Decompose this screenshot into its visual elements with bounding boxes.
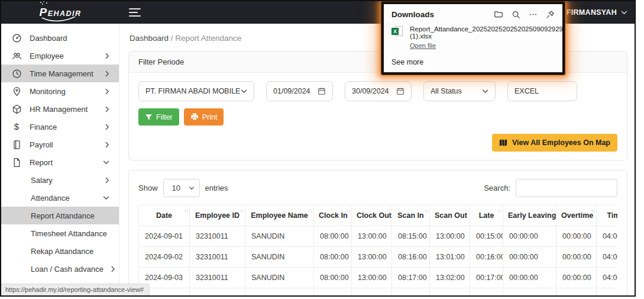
attendance-table: Date↑↓Employee ID↑↓Employee Name↑↓Clock … bbox=[138, 205, 617, 295]
cell-overtime: 00:00:00 bbox=[556, 247, 597, 268]
sidebar-item-label: Finance bbox=[30, 123, 98, 131]
filter-controls: PT. FIRMAN ABADI MOBILE 01/09/2024 30/09… bbox=[138, 81, 617, 101]
column-label: Employee ID bbox=[195, 211, 240, 220]
folder-icon[interactable] bbox=[494, 9, 503, 19]
column-header-clock-in[interactable]: Clock In↑↓ bbox=[314, 205, 352, 226]
status-select-value: All Status bbox=[431, 87, 462, 95]
date-to-input[interactable]: 30/09/2024 bbox=[345, 81, 412, 101]
cell-overtime: 00:00:00 bbox=[556, 288, 597, 296]
cube-icon bbox=[11, 104, 22, 114]
logo-dots-decoration bbox=[40, 2, 41, 3]
filter-card-body: PT. FIRMAN ABADI MOBILE 01/09/2024 30/09… bbox=[129, 73, 627, 160]
status-bar-url: https://pehadir.my.id/reporting-attandan… bbox=[1, 284, 150, 295]
sidebar-item-time-management[interactable]: Time Management bbox=[1, 65, 119, 82]
chevron-down-icon bbox=[189, 187, 195, 190]
chevron-right-icon bbox=[111, 266, 115, 272]
date-to-value: 30/09/2024 bbox=[352, 87, 389, 95]
sidebar-item-label: Timesheet Attandance bbox=[31, 229, 109, 238]
column-header-overtime[interactable]: Overtime↑↓ bbox=[556, 205, 597, 226]
cell-employee-name: SANUDIN bbox=[245, 226, 314, 247]
map-button-row: View All Employees On Map bbox=[138, 134, 617, 152]
cell-late: 00:18:00 bbox=[470, 288, 503, 296]
sidebar-item-label: Dashboard bbox=[30, 34, 109, 43]
view-all-employees-on-map-button[interactable]: View All Employees On Map bbox=[492, 134, 617, 152]
open-file-link[interactable]: Open file bbox=[410, 42, 436, 49]
cell-scan-in: 08:16:00 bbox=[392, 247, 430, 268]
hamburger-menu-icon[interactable] bbox=[129, 6, 141, 19]
downloads-title: Downloads bbox=[391, 10, 494, 19]
column-header-employee-name[interactable]: Employee Name↑↓ bbox=[245, 205, 314, 226]
see-more-link[interactable]: See more bbox=[391, 58, 555, 66]
column-header-time-w[interactable]: Time W↑↓ bbox=[597, 205, 618, 226]
print-button-label: Print bbox=[202, 113, 218, 121]
cell-early-leaving: 00:00:00 bbox=[503, 288, 556, 296]
sidebar-item-timesheet-attandance[interactable]: Timesheet Attandance bbox=[1, 224, 119, 242]
print-button[interactable]: Print bbox=[184, 108, 224, 126]
chevron-right-icon bbox=[105, 53, 109, 59]
users-icon bbox=[11, 50, 22, 61]
company-select-value: PT. FIRMAN ABADI MOBILE bbox=[145, 87, 240, 95]
table-header-row: Date↑↓Employee ID↑↓Employee Name↑↓Clock … bbox=[139, 205, 618, 226]
downloads-toolbar bbox=[494, 9, 555, 19]
column-header-employee-id[interactable]: Employee ID↑↓ bbox=[190, 205, 245, 226]
entries-per-page-select[interactable]: 10 bbox=[163, 179, 200, 197]
app-window: PEHADIR OCH FIRMANSYAH DashboardEmployee… bbox=[0, 0, 636, 297]
status-select[interactable]: All Status bbox=[423, 81, 496, 101]
map-button-label: View All Employees On Map bbox=[512, 139, 610, 147]
cell-overtime: 00:00:00 bbox=[556, 268, 597, 288]
column-header-scan-out[interactable]: Scan Out↑↓ bbox=[430, 205, 470, 226]
location-pin-icon bbox=[11, 86, 22, 97]
cell-late: 00:15:00 bbox=[470, 226, 503, 247]
more-options-icon[interactable] bbox=[529, 10, 538, 19]
cell-clock-out: 13:00:00 bbox=[352, 226, 392, 247]
sidebar-item-salary[interactable]: Salary bbox=[1, 171, 119, 189]
sidebar-item-report[interactable]: Report bbox=[1, 153, 119, 171]
column-header-scan-in[interactable]: Scan In↑↓ bbox=[392, 205, 430, 226]
pin-icon[interactable] bbox=[546, 10, 555, 19]
column-label: Early Leaving bbox=[508, 211, 556, 220]
download-item[interactable]: X Report_Attandance_20252025202520250909… bbox=[391, 25, 555, 50]
sidebar-item-dashboard[interactable]: Dashboard bbox=[1, 29, 119, 47]
column-header-late[interactable]: Late↑↓ bbox=[470, 205, 503, 226]
sidebar-item-report-attandance[interactable]: Report Attandance bbox=[1, 207, 119, 224]
column-header-early-leaving[interactable]: Early Leaving↑↓ bbox=[503, 205, 556, 226]
sort-icon: ↑↓ bbox=[551, 208, 555, 214]
cell-clock-out: 13:00:00 bbox=[352, 288, 392, 296]
sort-icon: ↑↓ bbox=[387, 208, 391, 214]
search-icon[interactable] bbox=[512, 10, 520, 19]
search-group: Search: bbox=[484, 179, 617, 197]
sidebar-item-finance[interactable]: $Finance bbox=[1, 118, 119, 136]
sidebar-item-label: HR Management bbox=[30, 105, 98, 114]
sidebar-item-loan-cash-advance[interactable]: Loan / Cash advance bbox=[1, 260, 119, 278]
export-format-input[interactable]: EXCEL bbox=[507, 81, 577, 101]
dollar-icon: $ bbox=[11, 121, 22, 132]
table-clip-region: Date↑↓Employee ID↑↓Employee Name↑↓Clock … bbox=[138, 205, 617, 295]
sidebar-item-label: Report bbox=[30, 158, 95, 167]
breadcrumb-dashboard[interactable]: Dashboard bbox=[130, 34, 169, 43]
sidebar-item-label: Employee bbox=[30, 52, 98, 60]
sidebar-item-label: Salary bbox=[31, 176, 98, 185]
filter-button[interactable]: Filter bbox=[138, 108, 179, 126]
cell-clock-in: 08:00:00 bbox=[314, 288, 352, 296]
column-header-clock-out[interactable]: Clock Out↑↓ bbox=[352, 205, 392, 226]
sidebar-item-employee[interactable]: Employee bbox=[1, 47, 119, 65]
pehadir-logo[interactable]: PEHADIR bbox=[1, 1, 119, 24]
column-label: Late bbox=[479, 211, 494, 220]
search-input[interactable] bbox=[516, 179, 617, 197]
sidebar-item-attendance[interactable]: Attendance bbox=[1, 189, 119, 207]
sort-icon: ↑↓ bbox=[425, 208, 429, 214]
sort-icon: ↑↓ bbox=[347, 208, 351, 214]
sidebar-item-payroll[interactable]: Payroll bbox=[1, 136, 119, 153]
column-header-date[interactable]: Date↑↓ bbox=[139, 205, 190, 226]
sidebar-item-hr-management[interactable]: HR Management bbox=[1, 100, 119, 118]
table-controls: Show 10 entries Search: bbox=[138, 179, 617, 197]
date-from-input[interactable]: 01/09/2024 bbox=[266, 81, 333, 101]
logo: PEHADIR bbox=[39, 6, 81, 19]
column-label: Clock In bbox=[319, 211, 348, 220]
column-label: Employee Name bbox=[251, 211, 308, 220]
sort-icon: ↑↓ bbox=[240, 208, 244, 214]
company-select[interactable]: PT. FIRMAN ABADI MOBILE bbox=[138, 81, 254, 101]
date-from-value: 01/09/2024 bbox=[273, 87, 310, 95]
sidebar-item-rekap-attandance[interactable]: Rekap Attandance bbox=[1, 242, 119, 260]
sidebar-item-monitoring[interactable]: Monitoring bbox=[1, 82, 119, 100]
